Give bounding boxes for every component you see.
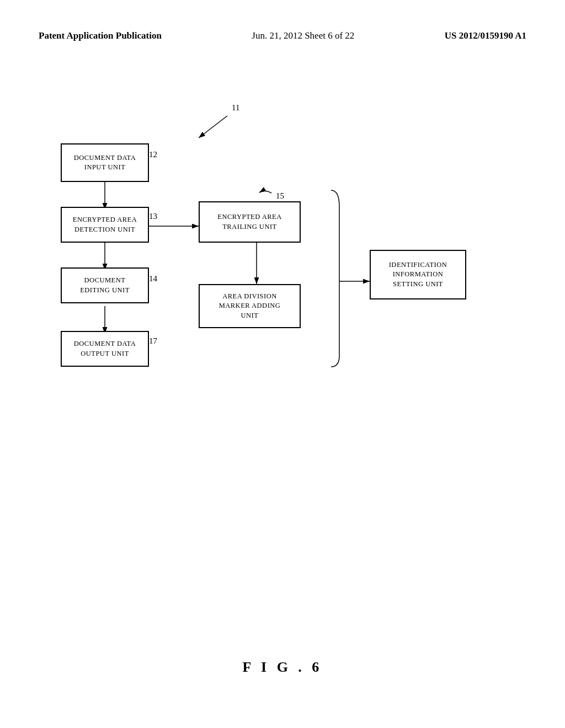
svg-text:14: 14 bbox=[149, 274, 158, 283]
box-encrypted-area-detection: ENCRYPTED AREA DETECTION UNIT bbox=[61, 207, 149, 243]
svg-text:15: 15 bbox=[276, 191, 284, 200]
svg-text:12: 12 bbox=[149, 150, 157, 159]
header-right: US 2012/0159190 A1 bbox=[445, 30, 526, 41]
svg-text:13: 13 bbox=[149, 212, 157, 221]
svg-line-3 bbox=[199, 116, 227, 138]
diagram-area: 11 12 13 14 17 15 16 bbox=[39, 85, 526, 472]
box-document-data-output: DOCUMENT DATA OUTPUT UNIT bbox=[61, 331, 149, 367]
page-header: Patent Application Publication Jun. 21, … bbox=[0, 0, 565, 41]
header-center: Jun. 21, 2012 Sheet 6 of 22 bbox=[252, 30, 354, 41]
box-document-editing: DOCUMENT EDITING UNIT bbox=[61, 267, 149, 303]
box-identification-info: IDENTIFICATION INFORMATION SETTING UNIT bbox=[370, 250, 466, 299]
box-encrypted-area-trailing: ENCRYPTED AREA TRAILING UNIT bbox=[199, 201, 301, 243]
box-area-division-marker: AREA DIVISION MARKER ADDING UNIT bbox=[199, 284, 301, 328]
svg-text:11: 11 bbox=[232, 103, 239, 112]
svg-text:17: 17 bbox=[149, 336, 158, 345]
figure-label: F I G . 6 bbox=[0, 659, 565, 676]
box-document-data-input: DOCUMENT DATA INPUT UNIT bbox=[61, 143, 149, 182]
header-left: Patent Application Publication bbox=[39, 30, 162, 41]
